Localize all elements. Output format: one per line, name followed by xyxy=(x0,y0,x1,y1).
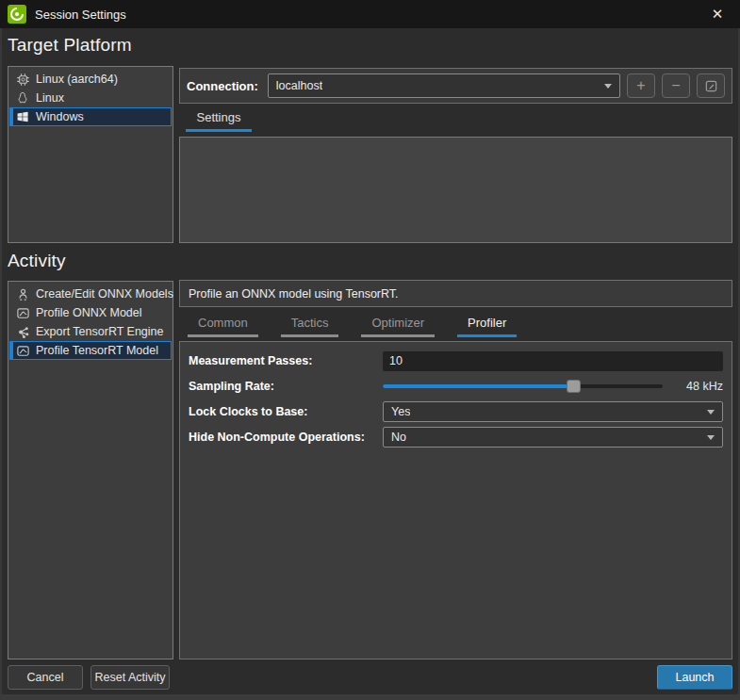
person-icon xyxy=(15,286,30,301)
hide-non-compute-select[interactable]: No xyxy=(383,427,723,448)
connection-value: localhost xyxy=(276,79,322,92)
sampling-rate-value: 48 kHz xyxy=(674,380,723,393)
sampling-rate-row: Sampling Rate: 48 kHz xyxy=(189,376,723,397)
window-frame-bottom xyxy=(0,694,740,700)
activity-list: Create/Edit ONNX Models Profile ONNX Mod… xyxy=(8,281,173,659)
profiler-form-panel: Measurement Passes: Sampling Rate: 48 kH… xyxy=(179,341,732,659)
tab-settings-label: Settings xyxy=(197,110,241,124)
activity-item-create-edit-onnx[interactable]: Create/Edit ONNX Models xyxy=(9,285,172,303)
cancel-button[interactable]: Cancel xyxy=(8,665,83,690)
plus-icon: + xyxy=(636,78,645,93)
platform-item-label: Linux (aarch64) xyxy=(36,73,118,86)
activity-item-label: Create/Edit ONNX Models xyxy=(36,287,173,301)
platform-item-linux[interactable]: Linux xyxy=(9,89,172,107)
platform-item-linux-aarch64[interactable]: Linux (aarch64) xyxy=(9,70,172,89)
connection-panel: Connection: localhost + − xyxy=(179,68,732,104)
hide-non-compute-row: Hide Non-Compute Operations: No xyxy=(189,427,723,448)
lock-clocks-select[interactable]: Yes xyxy=(383,401,723,422)
chevron-down-icon xyxy=(707,410,715,415)
add-connection-button[interactable]: + xyxy=(627,73,655,98)
platform-item-label: Windows xyxy=(36,110,84,123)
tab-profiler-label: Profiler xyxy=(468,316,506,330)
tab-optimizer[interactable]: Optimizer xyxy=(361,312,435,337)
connection-label: Connection: xyxy=(187,79,258,93)
activity-tabs: Common Tactics Optimizer Profiler xyxy=(179,312,732,337)
reset-activity-button[interactable]: Reset Activity xyxy=(90,665,170,690)
penguin-icon xyxy=(15,90,30,106)
settings-content-panel xyxy=(179,137,732,243)
tab-common-label: Common xyxy=(198,316,248,330)
sampling-rate-slider[interactable] xyxy=(383,376,663,397)
slider-handle[interactable] xyxy=(567,380,581,393)
close-icon[interactable]: ✕ xyxy=(704,0,731,28)
target-platform-heading: Target Platform xyxy=(8,35,132,56)
tab-common-underline xyxy=(188,334,258,337)
window-frame-left xyxy=(0,28,2,700)
tab-tactics-underline xyxy=(281,334,339,337)
lock-clocks-value: Yes xyxy=(391,405,410,418)
activity-description: Profile an ONNX model using TensorRT. xyxy=(179,280,732,307)
activity-item-label: Profile ONNX Model xyxy=(36,306,142,319)
hide-non-compute-value: No xyxy=(391,431,406,444)
network-icon xyxy=(15,324,30,339)
platform-item-windows[interactable]: Windows xyxy=(9,107,172,126)
tab-settings-underline xyxy=(186,129,252,132)
measurement-passes-label: Measurement Passes: xyxy=(189,354,383,367)
remove-connection-button[interactable]: − xyxy=(662,73,690,98)
session-settings-dialog: Session Settings ✕ Target Platform Linux… xyxy=(0,0,740,700)
tab-profiler[interactable]: Profiler xyxy=(457,312,517,337)
tab-common[interactable]: Common xyxy=(188,312,258,337)
edit-connection-button[interactable] xyxy=(697,73,725,98)
tab-optimizer-label: Optimizer xyxy=(371,316,424,330)
lock-clocks-row: Lock Clocks to Base: Yes xyxy=(189,401,723,422)
chip-icon xyxy=(15,72,30,87)
tab-optimizer-underline xyxy=(361,334,435,337)
measurement-passes-row: Measurement Passes: xyxy=(189,350,723,371)
lock-clocks-label: Lock Clocks to Base: xyxy=(189,405,383,418)
slider-track xyxy=(383,384,663,388)
activity-heading: Activity xyxy=(8,251,66,271)
launch-button[interactable]: Launch xyxy=(657,665,732,690)
tab-tactics[interactable]: Tactics xyxy=(281,312,339,337)
nsight-app-icon xyxy=(8,5,26,24)
activity-item-profile-onnx[interactable]: Profile ONNX Model xyxy=(9,303,172,322)
title-bar: Session Settings ✕ xyxy=(0,0,740,28)
activity-item-profile-tensorrt[interactable]: Profile TensorRT Model xyxy=(9,341,172,360)
connection-select[interactable]: localhost xyxy=(268,73,620,98)
activity-description-text: Profile an ONNX model using TensorRT. xyxy=(189,287,399,301)
tab-tactics-label: Tactics xyxy=(291,316,329,330)
sampling-rate-label: Sampling Rate: xyxy=(189,380,383,393)
window-title: Session Settings xyxy=(35,8,126,22)
activity-item-label: Export TensorRT Engine xyxy=(36,325,164,338)
activity-item-export-tensorrt[interactable]: Export TensorRT Engine xyxy=(9,322,172,341)
slider-fill xyxy=(383,384,573,388)
platform-item-label: Linux xyxy=(36,91,64,105)
windows-icon xyxy=(15,109,30,124)
minus-icon: − xyxy=(671,78,680,93)
chart-icon xyxy=(15,343,30,358)
tab-settings[interactable]: Settings xyxy=(186,107,252,132)
chevron-down-icon xyxy=(604,84,612,89)
tab-profiler-underline xyxy=(457,334,517,337)
activity-item-label: Profile TensorRT Model xyxy=(36,344,158,357)
measurement-passes-input[interactable] xyxy=(383,351,723,371)
chevron-down-icon xyxy=(707,435,715,440)
edit-pencil-icon xyxy=(704,79,718,93)
target-platform-list: Linux (aarch64) Linux Windows xyxy=(8,66,173,243)
chart-icon xyxy=(15,305,30,320)
hide-non-compute-label: Hide Non-Compute Operations: xyxy=(189,431,383,444)
